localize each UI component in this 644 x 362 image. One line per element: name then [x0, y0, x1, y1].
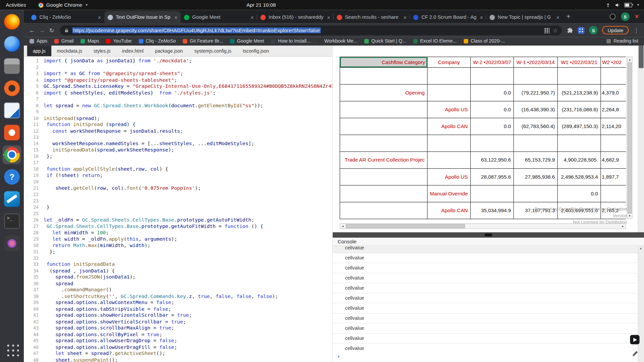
- code-line[interactable]: 10initSpread(spread);: [24, 115, 332, 121]
- code-line[interactable]: 41 spread.options.showHorizontalScrollba…: [24, 312, 332, 319]
- sheet-cell[interactable]: 4,379,0: [601, 84, 626, 101]
- bookmark-item[interactable]: Excel IO Eleme...: [413, 39, 457, 44]
- code-line[interactable]: 44 spread.options.scrollByPixel = true;: [24, 331, 332, 338]
- code-line[interactable]: 45 spread.options.allowUserDragDrop = fa…: [24, 338, 332, 344]
- code-line[interactable]: 6import { sheetStyles, editModeStyles} f…: [24, 90, 332, 96]
- sheet-cell[interactable]: 1,897,7: [601, 169, 626, 185]
- tab-close-icon[interactable]: ×: [327, 14, 330, 20]
- code-line[interactable]: 12 const workSheetResponse = jsonData1.r…: [24, 128, 332, 134]
- sheet-vertical-scrollbar[interactable]: ▲ ▼: [627, 57, 633, 219]
- dock-item-thunderbird[interactable]: [2, 35, 21, 53]
- dock-item-help[interactable]: [2, 168, 21, 186]
- sheet-cell[interactable]: Apollo US: [428, 101, 471, 118]
- code-line[interactable]: 43 spread.options.scrollbarMaxAlign = tr…: [24, 325, 332, 331]
- scrollbar-thumb[interactable]: [346, 224, 465, 228]
- bookmark-item[interactable]: Apps: [30, 39, 47, 44]
- tab-close-icon[interactable]: ×: [251, 14, 254, 20]
- bookmark-item[interactable]: Google Meet: [230, 39, 264, 44]
- sheet-cell[interactable]: Apollo US: [428, 169, 471, 185]
- code-line[interactable]: 29 let width = _oldFn.apply(this, argume…: [24, 236, 332, 242]
- scrollbar-thumb[interactable]: [639, 46, 644, 68]
- sheet-cell[interactable]: 37,167,791.3: [514, 202, 558, 219]
- browser-tab[interactable]: Google Meet ×: [181, 11, 257, 23]
- menu-kebab-icon[interactable]: ⋮: [633, 27, 639, 34]
- sheet-cell[interactable]: [340, 118, 428, 135]
- file-tab[interactable]: mockdata.js: [51, 46, 88, 56]
- sheet-cell[interactable]: [514, 68, 558, 84]
- sheet-column-header[interactable]: W2 •202: [601, 57, 626, 68]
- dock-item-firefox[interactable]: [2, 12, 21, 31]
- code-line[interactable]: 27 GC.Spread.Sheets.CellTypes.Base.proto…: [24, 223, 332, 230]
- file-tab[interactable]: app.js: [27, 46, 51, 56]
- code-line[interactable]: 26let _oldFn = GC.Spread.Sheets.CellType…: [24, 217, 332, 223]
- sheet-cell[interactable]: [558, 68, 601, 84]
- bookmark-item[interactable]: Class of 2020-...: [464, 39, 505, 44]
- url-text[interactable]: https://jscodemine.grapecity.com/share/C…: [72, 27, 541, 33]
- splitter-handle-icon[interactable]: [485, 234, 492, 237]
- code-line[interactable]: 8let spread = new GC.Spread.Sheets.Workb…: [24, 103, 332, 109]
- scrollbar-thumb[interactable]: [628, 62, 632, 214]
- code-line[interactable]: 34 (spread , jsonData1) {: [24, 268, 332, 274]
- code-line[interactable]: 9: [24, 109, 332, 115]
- code-line[interactable]: 17: [24, 160, 332, 166]
- sheet-cell[interactable]: (289,497,150.3): [558, 118, 601, 135]
- sheet-cell[interactable]: Apollo CAN: [428, 118, 471, 135]
- sheet-horizontal-scrollbar[interactable]: ◄ ►: [340, 223, 626, 229]
- sheet-column-header[interactable]: W-1 •2022/03/14: [514, 57, 558, 68]
- dock-item-terminal[interactable]: [2, 212, 21, 231]
- back-button[interactable]: ←: [27, 25, 37, 35]
- file-tab[interactable]: index.html: [116, 46, 149, 56]
- code-lines[interactable]: 1import { jsonData as jsonData1} from '.…: [24, 57, 332, 362]
- code-line[interactable]: 38 .setShortcutKey('', GC.Spread.Command…: [24, 293, 332, 300]
- run-button[interactable]: [630, 335, 639, 344]
- dock-item-libreoffice-writer[interactable]: [2, 101, 21, 120]
- sheet-cell[interactable]: 2,264,8: [601, 101, 626, 118]
- activities-button[interactable]: Activities: [0, 2, 32, 8]
- system-tray[interactable]: ▾: [605, 2, 644, 8]
- sheet-cell[interactable]: [601, 68, 626, 84]
- sheet-cell[interactable]: [471, 185, 514, 202]
- bookmark-item[interactable]: YouTube: [106, 39, 131, 44]
- tab-close-icon[interactable]: ×: [98, 14, 101, 20]
- console-scroll-up-icon[interactable]: ▲: [639, 247, 642, 250]
- edit-pencil-icon[interactable]: [632, 350, 639, 357]
- profile-avatar[interactable]: S: [621, 12, 630, 21]
- code-line[interactable]: 11 function initSpread (spread) {: [24, 121, 332, 128]
- sheet-cell[interactable]: Apollo CAN: [428, 202, 471, 219]
- sheet-cell[interactable]: [340, 185, 428, 202]
- sheet-cell[interactable]: [340, 202, 428, 219]
- code-line[interactable]: 48 sheet.suspendPaint();: [24, 357, 332, 362]
- new-tab-button[interactable]: +: [563, 11, 574, 22]
- browser-tab[interactable]: Text OutFlow Issue in Sp ×: [104, 11, 181, 23]
- bookmark-item[interactable]: Git Feature Br...: [183, 39, 223, 44]
- scroll-right-icon[interactable]: ►: [620, 224, 626, 229]
- dock-item-files[interactable]: [2, 57, 21, 75]
- code-line[interactable]: 19 if (!sheet) return;: [24, 172, 332, 179]
- sheet-cell[interactable]: 2,114,20: [601, 118, 626, 135]
- sheet-cell[interactable]: [601, 185, 626, 202]
- code-line[interactable]: 16 };: [24, 153, 332, 160]
- code-line[interactable]: 1import { jsonData as jsonData1} from '.…: [24, 58, 332, 64]
- scroll-left-icon[interactable]: ◄: [340, 224, 345, 229]
- browser-tab[interactable]: Inbox (516) - seshareddy ×: [257, 11, 334, 23]
- code-line[interactable]: 28 let minWidth = 100;: [24, 230, 332, 236]
- sheet-cell[interactable]: [514, 135, 558, 152]
- clock[interactable]: Apr 21 10:08: [247, 0, 276, 10]
- sheet-cell[interactable]: (79,221,950.7): [514, 84, 558, 101]
- sheet-cell[interactable]: 0.0: [558, 185, 601, 202]
- sheet-cell[interactable]: 28,087,955.6: [471, 169, 514, 185]
- sheet-cell[interactable]: 2,785,2: [601, 202, 626, 219]
- code-line[interactable]: 4import "@grapecity/spread-sheets-tables…: [24, 77, 332, 83]
- sheet-cell[interactable]: 0.0: [471, 84, 514, 101]
- bookmark-star-icon[interactable]: ☆: [553, 27, 558, 34]
- code-line[interactable]: 14 workSheetResponse.namedStyles = [...s…: [24, 140, 332, 147]
- forward-button[interactable]: →: [37, 25, 47, 35]
- code-line[interactable]: 31 };: [24, 249, 332, 255]
- sheet-cell[interactable]: [471, 135, 514, 152]
- dock-item-screenshot[interactable]: [2, 234, 21, 253]
- code-line[interactable]: 46 spread.options.allowUserDragFill = fa…: [24, 344, 332, 351]
- dock-item-vscode[interactable]: [2, 190, 21, 208]
- code-line[interactable]: 7: [24, 96, 332, 103]
- tab-close-icon[interactable]: ×: [404, 14, 407, 20]
- sheet-cell[interactable]: 63,122,950.6: [471, 152, 514, 169]
